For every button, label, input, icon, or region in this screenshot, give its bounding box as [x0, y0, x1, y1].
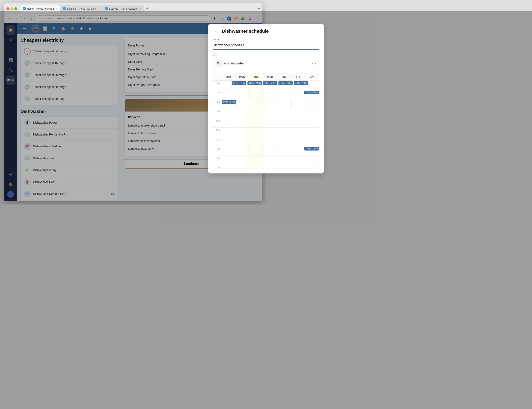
cell-tue-3p[interactable]	[249, 165, 263, 168]
cell-tue-8a[interactable]	[250, 99, 264, 109]
cell-tue-12p[interactable]	[249, 137, 263, 146]
cell-mon-9a[interactable]	[235, 109, 249, 118]
tab-settings1-label: Settings – Home Assistant	[67, 7, 96, 10]
schedule-row-9a: 9a	[213, 109, 266, 118]
close-button[interactable]	[7, 7, 9, 10]
cell-wed-2p[interactable]	[263, 156, 266, 165]
schedule-row-3p: 3p	[213, 165, 266, 168]
tab-settings2-label: Settings – Home Assistant	[109, 7, 138, 10]
cell-mon-12p[interactable]	[235, 137, 249, 146]
icon-field[interactable]: 🍽 mdi:dishwasher × ▾	[213, 58, 266, 69]
cell-tue-2p[interactable]	[249, 156, 263, 165]
schedule-row-12p: 12p	[213, 137, 266, 146]
cell-wed-3p[interactable]	[263, 165, 266, 168]
schedule-row-1p: 1p 1:00p - 1:30p	[213, 146, 266, 156]
cell-tue-7a[interactable]	[249, 90, 262, 99]
cell-tue-11a[interactable]	[249, 128, 263, 137]
dishwasher-schedule-modal: ‹ Dishwasher schedule Name* Icon 🍽 mdi:d…	[208, 24, 266, 173]
time-12p: 12p	[213, 137, 221, 146]
cell-tue-1p[interactable]	[249, 146, 262, 156]
schedule-body: 6a 6:30a - 7:00a 6:30a - 7:00a 6:30a - 7…	[213, 81, 266, 168]
day-sun: SUN	[221, 73, 235, 81]
cell-wed-1p[interactable]	[263, 146, 266, 156]
new-tab-button[interactable]: +	[144, 6, 150, 12]
name-label: Name*	[213, 38, 266, 41]
time-3p: 3p	[213, 165, 221, 168]
schedule-grid: SUN MON TUE WED THU FRI SAT 6a 6:30a -	[213, 73, 266, 168]
traffic-lights	[7, 7, 17, 10]
cell-wed-11a[interactable]	[263, 128, 266, 137]
event-sun-800[interactable]: 8:00a - 8:30a	[222, 100, 236, 104]
time-11a: 11a	[213, 128, 221, 137]
tab-home-label: Home – Home Assistant	[27, 7, 54, 10]
time-1p: 1p	[213, 146, 221, 156]
schedule-row-11a: 11a	[213, 128, 266, 137]
cell-mon-7a[interactable]	[235, 90, 249, 99]
modal-header: ‹ Dishwasher schedule	[208, 24, 266, 38]
tab-favicon-settings1	[63, 7, 66, 10]
name-input[interactable]	[213, 42, 266, 49]
time-column-header	[213, 73, 221, 81]
time-7a: 7a	[213, 90, 221, 99]
icon-label: Icon	[213, 54, 266, 57]
time-8a: 8a	[213, 99, 221, 109]
day-tue: TUE	[249, 73, 263, 81]
cell-wed-8a[interactable]	[264, 99, 266, 109]
modal-overlay[interactable]: ‹ Dishwasher schedule Name* Icon 🍽 mdi:d…	[0, 11, 266, 204]
schedule-row-8a: 8a 8:00a - 8:30a	[213, 99, 266, 109]
minimize-button[interactable]	[10, 7, 13, 10]
cell-tue-10a[interactable]	[249, 118, 263, 127]
tab-close-settings2[interactable]: ×	[140, 8, 141, 10]
cell-mon-2p[interactable]	[235, 156, 249, 165]
schedule-row-6a: 6a 6:30a - 7:00a 6:30a - 7:00a 6:30a - 7…	[213, 81, 266, 90]
event-tue-630[interactable]: 6:30a - 7:00a	[247, 81, 262, 85]
cell-sun-12p[interactable]	[221, 137, 235, 146]
tab-favicon-settings2	[105, 7, 108, 10]
cell-sun-10a[interactable]	[221, 118, 235, 127]
cell-mon-3p[interactable]	[235, 165, 249, 168]
time-6a: 6a	[213, 81, 221, 90]
modal-back-button[interactable]: ‹	[213, 28, 219, 35]
day-wed: WED	[263, 73, 266, 81]
tab-favicon-home	[23, 7, 26, 10]
cell-sun-6a[interactable]	[221, 81, 232, 90]
schedule-row-2p: 2p	[213, 156, 266, 165]
cell-wed-6a[interactable]: 6:30a - 7:00a	[262, 81, 266, 90]
schedule-row-7a: 7a 7:30a - 8:00a	[213, 90, 266, 99]
cell-sun-1p[interactable]	[221, 146, 235, 156]
tab-close-home[interactable]: ×	[56, 8, 57, 10]
schedule-row-10a: 10a	[213, 118, 266, 128]
cell-sun-11a[interactable]	[221, 128, 235, 137]
cell-tue-9a[interactable]	[249, 109, 263, 118]
cell-mon-1p[interactable]	[235, 146, 249, 156]
cell-tue-6a[interactable]: 6:30a - 7:00a	[247, 81, 262, 90]
cell-sun-9a[interactable]	[221, 109, 235, 118]
name-field: Name*	[213, 38, 266, 50]
modal-body: Name* Icon 🍽 mdi:dishwasher × ▾	[208, 38, 266, 173]
cell-mon-10a[interactable]	[235, 118, 249, 127]
cell-wed-7a[interactable]	[263, 90, 266, 99]
cell-sun-7a[interactable]	[221, 90, 235, 99]
icon-field-value: mdi:dishwasher	[224, 62, 266, 65]
fullscreen-button[interactable]	[14, 7, 17, 10]
cell-wed-10a[interactable]	[263, 118, 266, 127]
event-wed-630[interactable]: 6:30a - 7:00a	[263, 81, 266, 85]
time-2p: 2p	[213, 156, 221, 165]
cell-sun-8a[interactable]: 8:00a - 8:30a	[221, 99, 237, 109]
cell-sun-3p[interactable]	[221, 165, 235, 168]
tab-close-settings1[interactable]: ×	[98, 8, 99, 10]
schedule-header: SUN MON TUE WED THU FRI SAT	[213, 73, 266, 81]
cell-mon-11a[interactable]	[235, 128, 249, 137]
dishwasher-icon-preview: 🍽	[215, 60, 222, 67]
event-mon-630[interactable]: 6:30a - 7:00a	[232, 81, 246, 85]
time-10a: 10a	[213, 118, 221, 127]
cell-wed-12p[interactable]	[263, 137, 266, 146]
cell-sun-2p[interactable]	[221, 156, 235, 165]
tab-dropdown-arrow[interactable]: ▾	[258, 7, 260, 10]
time-9a: 9a	[213, 109, 221, 118]
cell-mon-6a[interactable]: 6:30a - 7:00a	[232, 81, 247, 90]
icon-field-container: Icon 🍽 mdi:dishwasher × ▾	[213, 54, 266, 69]
cell-wed-9a[interactable]	[263, 109, 266, 118]
cell-mon-8a[interactable]	[237, 99, 250, 109]
modal-title: Dishwasher schedule	[222, 28, 266, 34]
